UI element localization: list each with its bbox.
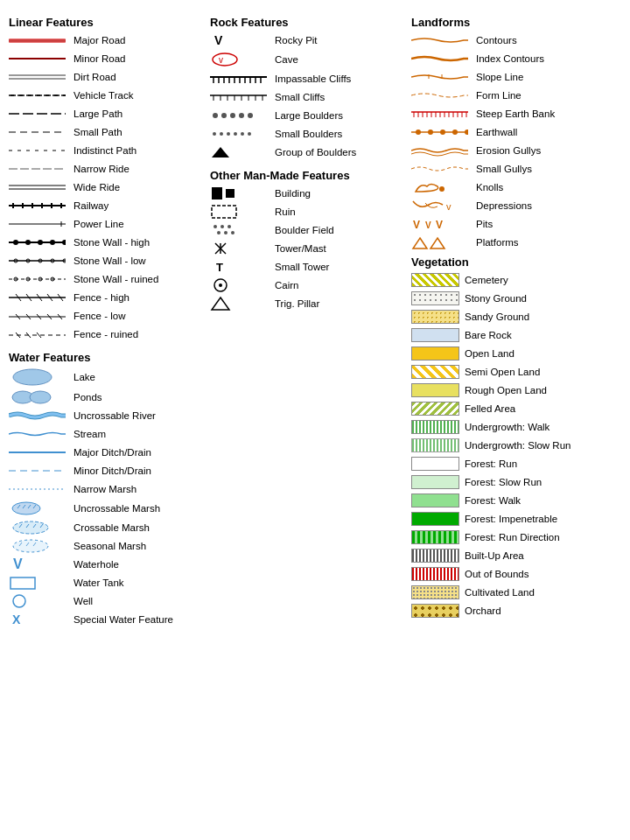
large-boulders-symbol — [210, 111, 271, 120]
list-item: Ruin — [210, 204, 402, 220]
well-svg — [9, 593, 35, 609]
large-path-symbol — [9, 110, 70, 117]
minor-road-symbol — [9, 55, 70, 62]
ruin-symbol — [210, 204, 271, 220]
small-gullys-label: Small Gullys — [476, 164, 630, 174]
erosion-gullys-symbol — [411, 144, 472, 157]
fence-ruined-label: Fence - ruined — [74, 329, 201, 340]
svg-point-105 — [239, 113, 244, 118]
svg-point-151 — [428, 130, 433, 135]
undergrowth-slow-swatch — [411, 438, 459, 452]
contours-svg — [411, 34, 468, 46]
forest-walk-swatch — [411, 494, 459, 508]
small-cliffs-label: Small Cliffs — [275, 92, 402, 102]
list-item: Undergrowth: Slow Run — [411, 438, 630, 453]
list-item: Railway — [9, 198, 201, 214]
list-item: Forest: Slow Run — [411, 474, 630, 490]
vehicle-track-svg — [9, 91, 66, 100]
list-item: V V V Pits — [411, 216, 630, 232]
open-land-swatch — [411, 346, 459, 360]
small-path-svg — [9, 129, 66, 136]
narrow-ride-label: Narrow Ride — [74, 164, 201, 174]
knolls-svg — [411, 179, 468, 195]
stone-wall-high-svg — [9, 238, 66, 247]
svg-rect-76 — [10, 578, 35, 589]
steep-earth-bank-svg — [411, 108, 468, 120]
svg-point-155 — [439, 186, 444, 192]
small-gullys-svg — [411, 163, 468, 175]
forest-slow-swatch — [411, 475, 459, 489]
svg-line-124 — [220, 243, 226, 248]
small-path-symbol — [9, 129, 70, 136]
open-land-label: Open Land — [465, 348, 630, 359]
group-boulders-symbol — [210, 144, 271, 160]
rough-open-land-swatch — [411, 383, 459, 397]
fence-high-symbol — [9, 292, 70, 303]
svg-point-66 — [13, 522, 48, 534]
svg-text:T: T — [216, 261, 223, 274]
platforms-symbol — [411, 234, 472, 250]
svg-line-126 — [215, 248, 220, 254]
group-boulders-label: Group of Boulders — [275, 147, 402, 158]
list-item: Boulder Field — [210, 222, 402, 238]
list-item: Erosion Gullys — [411, 143, 630, 158]
stream-svg — [9, 429, 66, 439]
list-item: Stream — [9, 426, 201, 442]
list-item: Large Path — [9, 106, 201, 122]
slope-line-symbol — [411, 71, 472, 83]
building-label: Building — [275, 188, 402, 199]
uncrossable-marsh-svg — [9, 500, 66, 517]
svg-point-24 — [25, 240, 31, 245]
svg-point-120 — [217, 231, 220, 234]
special-water-svg: X — [9, 612, 35, 627]
cemetery-label: Cemetery — [465, 275, 630, 285]
water-tank-svg — [9, 575, 44, 591]
list-item: Major Ditch/Drain — [9, 444, 201, 460]
svg-text:v: v — [446, 201, 452, 212]
list-item: Vehicle Track — [9, 88, 201, 103]
forest-dir-label: Forest: Run Direction — [465, 532, 630, 542]
water-features-title: Water Features — [9, 351, 201, 364]
dirt-road-symbol — [9, 73, 70, 81]
indistinct-path-svg — [9, 147, 66, 154]
list-item: Cemetery — [411, 272, 630, 288]
list-item: v Cave — [210, 51, 402, 68]
list-item: Crossable Marsh — [9, 520, 201, 536]
cave-svg: v — [210, 51, 241, 68]
svg-point-153 — [452, 130, 458, 135]
earthwall-label: Earthwall — [476, 127, 630, 137]
contours-symbol — [411, 34, 472, 46]
svg-point-111 — [241, 132, 244, 136]
stone-wall-ruined-svg — [9, 275, 66, 284]
svg-point-61 — [12, 502, 40, 514]
platforms-label: Platforms — [476, 237, 630, 248]
slope-line-svg — [411, 71, 468, 83]
railway-label: Railway — [74, 200, 201, 211]
list-item: Contours — [411, 32, 630, 48]
major-ditch-label: Major Ditch/Drain — [74, 447, 201, 458]
svg-marker-161 — [430, 238, 444, 248]
tower-mast-label: Tower/Mast — [275, 243, 402, 254]
depressions-svg: v — [411, 198, 468, 214]
svg-point-110 — [234, 132, 237, 136]
list-item: Stony Ground — [411, 290, 630, 306]
svg-point-27 — [62, 240, 66, 245]
forest-run-label: Forest: Run — [465, 458, 630, 469]
dirt-road-label: Dirt Road — [74, 72, 201, 82]
minor-road-label: Minor Road — [74, 53, 201, 64]
svg-text:X: X — [12, 612, 21, 626]
impassable-cliffs-symbol — [210, 73, 271, 85]
orchard-swatch — [411, 604, 459, 618]
indistinct-path-label: Indistinct Path — [74, 145, 201, 156]
small-tower-symbol: T — [210, 259, 271, 275]
legend-page: Linear Features Major Road Minor Road — [9, 9, 621, 630]
uncrossable-marsh-label: Uncrossable Marsh — [74, 503, 201, 514]
fence-high-svg — [9, 292, 66, 303]
power-line-symbol — [9, 220, 70, 228]
minor-ditch-label: Minor Ditch/Drain — [74, 466, 201, 476]
forest-walk-label: Forest: Walk — [465, 495, 630, 506]
list-item: Fence - high — [9, 290, 201, 305]
large-path-svg — [9, 110, 66, 117]
forest-slow-label: Forest: Slow Run — [465, 477, 630, 487]
small-tower-label: Small Tower — [275, 262, 402, 272]
